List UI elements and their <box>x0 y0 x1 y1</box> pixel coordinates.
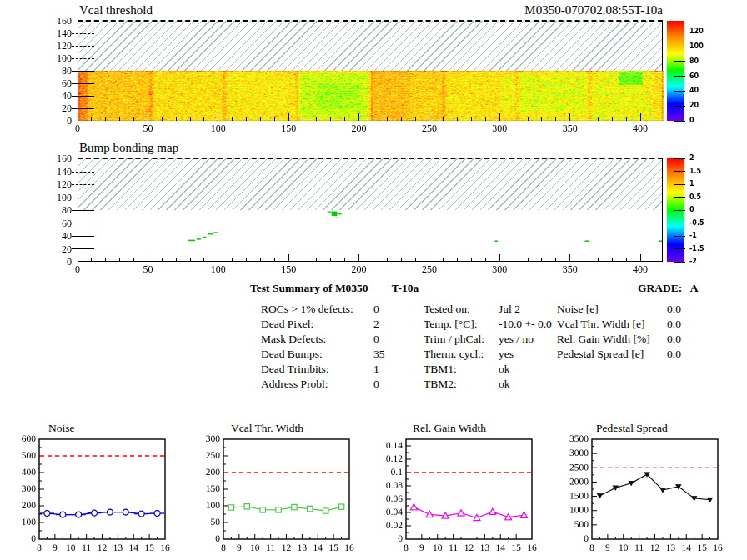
vcal-colorbar-label: 40 <box>689 87 699 94</box>
bump-xtick-label: 250 <box>417 263 442 276</box>
summary-label: Pedestal Spread [e] <box>557 347 644 362</box>
bump-xtick-minor <box>457 258 458 262</box>
bump-xtick-minor <box>246 258 247 262</box>
bump-colorbar-label: 2 <box>689 154 694 162</box>
vcal-ytick <box>72 83 94 84</box>
bump-colorbar-tick <box>674 236 685 237</box>
bump-xtick-label: 0 <box>65 263 90 276</box>
bump-colorbar-tick <box>674 222 685 223</box>
vcal-ytick <box>72 96 94 97</box>
vcal-colorbar-label: 80 <box>689 58 699 65</box>
summary-label: Vcal Thr. Width [e] <box>557 317 644 332</box>
summary-label: TBM2: <box>424 377 457 392</box>
summary-title-text: Test Summary of M0350 <box>250 282 368 294</box>
bump-xtick-minor <box>91 258 92 262</box>
vcal-frame-top-dashed <box>78 20 663 22</box>
vcal-ytick <box>72 71 94 72</box>
bump-colorbar-tick <box>674 184 685 185</box>
bump-colorbar-tick <box>674 248 685 249</box>
bump-ytick-label: 80 <box>42 204 72 217</box>
vcal-xtick-minor <box>415 118 416 121</box>
bump-xtick-minor <box>555 258 556 262</box>
bump-xtick-label: 50 <box>135 263 160 276</box>
vcal-xtick-minor <box>373 118 374 121</box>
vcal-colorbar-tick <box>674 47 685 48</box>
vcal-xtick-minor <box>232 118 233 121</box>
summary-label: ROCs > 1% defects: <box>261 302 353 317</box>
bump-xtick-minor <box>274 258 275 262</box>
summary-row: Dead Bumps:35 <box>261 347 419 362</box>
summary-column-conditions: Tested on:Jul 2Temp. [°C]:-10.0 +- 0.0Tr… <box>424 302 565 392</box>
bump-colorbar-label: 0.5 <box>689 193 701 201</box>
vcal-xtick-minor <box>105 118 106 121</box>
summary-value: 0.0 <box>667 302 681 317</box>
summary-label: Address Probl: <box>261 377 328 392</box>
vcal-xtick-minor <box>457 118 458 121</box>
bump-ytick-label: 20 <box>42 243 72 256</box>
summary-column-parameters: Noise [e]0.0Vcal Thr. Width [e]0.0Rel. G… <box>557 302 707 362</box>
vcal-xtick-minor <box>555 118 556 121</box>
vcal-xtick-minor <box>598 118 599 121</box>
vcal-xtick-minor <box>119 118 120 121</box>
bump-ytick-label: 160 <box>42 152 72 165</box>
bump-ytick <box>72 210 94 211</box>
summary-row: Trim / phCal:yes / no <box>424 332 565 347</box>
vcal-xtick-label: 300 <box>487 122 512 135</box>
bump-ytick-dashed <box>72 172 94 172</box>
vcal-xtick <box>429 113 429 121</box>
vcal-xtick-minor <box>541 118 542 121</box>
bump-colorbar-tick <box>674 210 685 211</box>
pedestal-chart-canvas <box>553 421 739 558</box>
summary-label: Dead Bumps: <box>261 347 323 362</box>
vcal-xtick-minor <box>246 118 247 121</box>
summary-value: 0.0 <box>667 317 681 332</box>
summary-row: Address Probl:0 <box>261 377 419 392</box>
bump-xtick-minor <box>203 258 204 262</box>
vcal-xtick-minor <box>626 118 627 121</box>
bump-xtick-minor <box>514 258 514 262</box>
vcal-xtick <box>569 113 570 121</box>
bump-colorbar-label: -2 <box>689 258 697 265</box>
bump-xtick-minor <box>232 258 233 262</box>
bump-ytick-label: 60 <box>42 218 72 230</box>
bump-xtick-minor <box>176 258 177 262</box>
summary-value: ok <box>499 377 510 392</box>
summary-label: Tested on: <box>424 302 470 317</box>
summary-value: yes / no <box>499 332 534 347</box>
summary-label: Rel. Gain Width [%] <box>557 332 650 347</box>
summary-row: Vcal Thr. Width [e]0.0 <box>557 317 707 332</box>
summary-value: -10.0 +- 0.0 <box>499 317 552 332</box>
bump-map-title: Bump bonding map <box>79 141 178 155</box>
bump-xtick <box>569 254 570 262</box>
bump-xtick-label: 400 <box>628 263 653 276</box>
bump-xtick-label: 150 <box>276 263 301 276</box>
bump-xtick-minor <box>485 258 486 262</box>
summary-column-defects: ROCs > 1% defects:0Dead Pixel:2Mask Defe… <box>261 302 419 392</box>
bump-ytick <box>72 236 94 237</box>
bump-colorbar-label: 0 <box>689 206 694 213</box>
vcal-xtick-minor <box>176 118 177 121</box>
summary-row: Tested on:Jul 2 <box>424 302 565 317</box>
vcal-xtick-label: 350 <box>558 122 583 135</box>
vcal-ytick-label: 120 <box>42 40 72 52</box>
vcal-colorbar-tick <box>674 106 685 107</box>
summary-value: 0 <box>374 377 379 392</box>
summary-value: 0 <box>374 332 379 347</box>
bump-xtick-minor <box>612 258 613 262</box>
module-id: M0350-070702.08:55T-10a <box>524 3 663 18</box>
summary-row: Noise [e]0.0 <box>557 302 707 317</box>
vcal-xtick-minor <box>133 118 134 121</box>
vcal-xtick <box>358 113 359 121</box>
vcal-ytick-label: 140 <box>42 28 72 40</box>
vcal-xtick-minor <box>387 118 388 121</box>
bump-colorbar-tick <box>674 158 685 159</box>
vcal-colorbar-label: 20 <box>689 102 699 109</box>
summary-row: TBM2:ok <box>424 377 565 392</box>
vcal-xtick-minor <box>303 118 303 121</box>
bump-xtick-minor <box>119 258 120 262</box>
bump-xtick <box>288 254 289 262</box>
module-test-report: Vcal threshold M0350-070702.08:55T-10a B… <box>0 0 747 560</box>
vcal-xtick-minor <box>528 118 529 121</box>
bump-xtick-minor <box>401 258 402 262</box>
vcal-xtick-label: 400 <box>628 122 653 135</box>
